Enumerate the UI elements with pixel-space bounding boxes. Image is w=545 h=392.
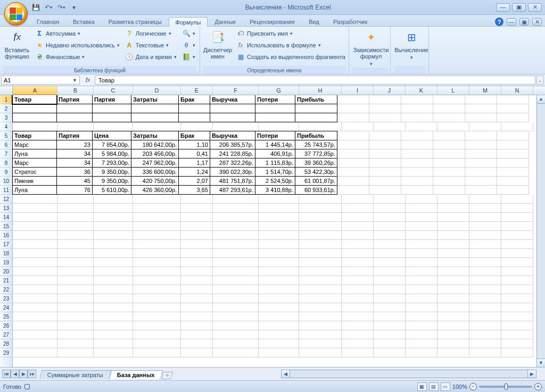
cell-B15[interactable] <box>57 222 94 231</box>
cell-M22[interactable] <box>469 285 501 294</box>
tab-developer[interactable]: Разработчик <box>326 16 374 26</box>
cell-N3[interactable] <box>497 113 529 122</box>
cell-B16[interactable] <box>57 231 94 240</box>
fx-button[interactable]: fx <box>83 77 93 84</box>
cell-M20[interactable] <box>469 267 501 276</box>
cell-D25[interactable] <box>133 312 181 321</box>
name-box[interactable]: A1 ▼ <box>1 76 80 85</box>
cell-I12[interactable] <box>342 195 374 204</box>
cell-I6[interactable] <box>337 140 369 149</box>
cell-F20[interactable] <box>213 267 259 276</box>
cell-N22[interactable] <box>501 285 533 294</box>
row-header-29[interactable]: 29 <box>0 348 12 357</box>
cell-H26[interactable] <box>299 321 342 330</box>
cell-J11[interactable] <box>369 186 401 195</box>
cell-L7[interactable] <box>433 149 465 159</box>
cell-C27[interactable] <box>94 330 133 339</box>
cell-L28[interactable] <box>437 339 469 348</box>
cell-E29[interactable] <box>181 348 213 357</box>
cell-J15[interactable] <box>374 222 406 231</box>
cell-J2[interactable] <box>369 104 401 113</box>
cell-D12[interactable] <box>133 195 181 204</box>
cell-G7[interactable]: 406,91р. <box>255 149 295 159</box>
cell-N16[interactable] <box>501 231 533 240</box>
cell-L19[interactable] <box>437 258 469 267</box>
cell-E3[interactable] <box>178 113 210 122</box>
cell-K4[interactable] <box>406 122 437 131</box>
cell-F18[interactable] <box>213 249 259 258</box>
cell-C11[interactable]: 5 610,00р. <box>92 185 131 195</box>
cell-M5[interactable] <box>465 131 497 140</box>
cell-F19[interactable] <box>213 258 259 267</box>
cell-G11[interactable]: 3 410,88р. <box>255 185 295 195</box>
row-header-18[interactable]: 18 <box>0 249 12 258</box>
cell-E24[interactable] <box>181 303 213 312</box>
cell-C21[interactable] <box>94 276 133 285</box>
cell-D8[interactable]: 247 962,00р. <box>131 158 179 168</box>
cell-M6[interactable] <box>465 140 497 149</box>
minimize-button[interactable]: — <box>496 3 510 12</box>
cell-H22[interactable] <box>299 285 342 294</box>
cell-F15[interactable] <box>213 222 259 231</box>
cell-D11[interactable]: 426 360,00р. <box>131 185 179 195</box>
cell-H3[interactable] <box>295 113 337 122</box>
recently-used-button[interactable]: ★Недавно использовались <box>34 39 121 51</box>
cell-B13[interactable] <box>57 204 94 213</box>
cell-D14[interactable] <box>133 213 181 222</box>
cell-H29[interactable] <box>299 348 342 357</box>
scroll-down-button[interactable]: ▼ <box>537 358 545 367</box>
sheet-tab-0[interactable]: Суммарные затраты <box>39 370 111 379</box>
cell-G28[interactable] <box>259 339 299 348</box>
cell-E18[interactable] <box>181 249 213 258</box>
cell-L15[interactable] <box>437 222 469 231</box>
tab-page-layout[interactable]: Разметка страницы <box>102 16 169 26</box>
cell-G21[interactable] <box>259 276 299 285</box>
cell-G10[interactable]: 2 524,50р. <box>255 176 295 186</box>
cell-K29[interactable] <box>406 348 437 357</box>
cell-L6[interactable] <box>433 140 465 149</box>
cell-C4[interactable] <box>94 122 133 131</box>
cell-E26[interactable] <box>181 321 213 330</box>
sheet-nav-prev[interactable]: ◀ <box>11 370 19 378</box>
cell-L14[interactable] <box>437 213 469 222</box>
logical-button[interactable]: ?Логические <box>124 28 178 39</box>
cell-H6[interactable]: 25 743,57р. <box>295 140 337 149</box>
cell-G29[interactable] <box>259 348 299 357</box>
zoom-in-button[interactable]: + <box>534 383 542 390</box>
cell-C28[interactable] <box>94 339 133 348</box>
cell-F11[interactable]: 487 293,61р. <box>210 185 255 195</box>
cell-B2[interactable] <box>56 104 93 113</box>
cell-D15[interactable] <box>133 222 181 231</box>
cell-H12[interactable] <box>299 195 342 204</box>
mdi-minimize[interactable]: — <box>507 18 516 26</box>
cell-N25[interactable] <box>501 312 533 321</box>
cell-H15[interactable] <box>299 222 342 231</box>
row-header-9[interactable]: 9 <box>0 168 12 177</box>
cell-K9[interactable] <box>401 168 433 177</box>
cell-C14[interactable] <box>94 213 133 222</box>
cell-A28[interactable] <box>13 339 57 348</box>
col-header-J[interactable]: J <box>374 86 406 95</box>
cell-D2[interactable] <box>131 104 179 113</box>
cell-B27[interactable] <box>57 330 94 339</box>
cell-H25[interactable] <box>299 312 342 321</box>
cell-G4[interactable] <box>259 122 299 131</box>
cell-M29[interactable] <box>469 348 501 357</box>
sheet-nav-first[interactable]: ⏮ <box>2 370 11 378</box>
cell-N15[interactable] <box>501 222 533 231</box>
cell-G27[interactable] <box>259 330 299 339</box>
cell-M25[interactable] <box>469 312 501 321</box>
cell-I20[interactable] <box>342 267 374 276</box>
create-from-selection-button[interactable]: ▦Создать из выделенного фрагмента <box>235 51 346 63</box>
row-header-1[interactable]: 1 <box>0 95 12 104</box>
cell-I25[interactable] <box>342 312 374 321</box>
cell-N6[interactable] <box>497 140 529 149</box>
cell-C5[interactable]: Цена <box>92 131 131 140</box>
cell-J25[interactable] <box>374 312 406 321</box>
cell-I4[interactable] <box>342 122 374 131</box>
cell-A2[interactable] <box>12 104 57 113</box>
cell-H2[interactable] <box>295 104 337 113</box>
cell-C25[interactable] <box>94 312 133 321</box>
cell-J12[interactable] <box>374 195 406 204</box>
cell-H19[interactable] <box>299 258 342 267</box>
